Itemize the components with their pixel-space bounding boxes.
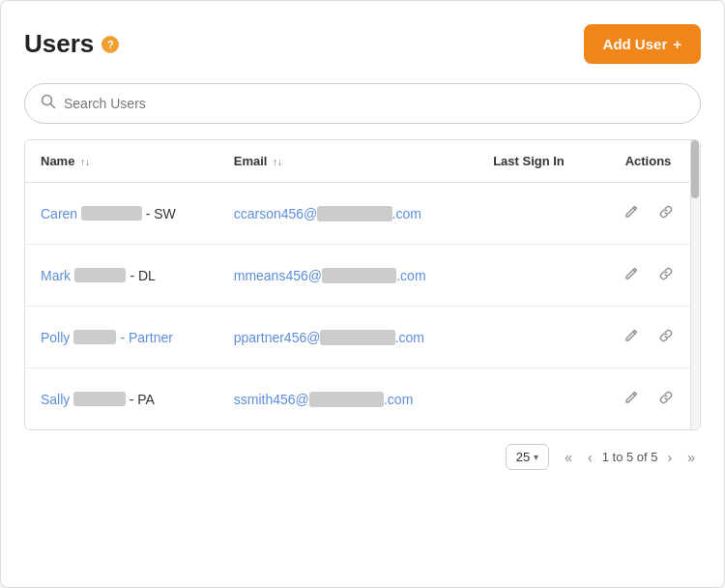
link-button[interactable]: [654, 262, 678, 288]
cell-name: Polly ████ - Partner: [25, 307, 218, 368]
sort-arrows-email[interactable]: ↑↓: [273, 157, 282, 167]
cell-email: ccarson456@ ███████ .com: [218, 183, 478, 245]
table-header-row: Name ↑↓ Email ↑↓ Last Sign In Actions: [25, 140, 700, 183]
link-button[interactable]: [654, 324, 678, 350]
search-box: [24, 83, 701, 124]
next-page-button[interactable]: ›: [662, 447, 679, 468]
email-prefix: ccarson456@: [234, 206, 318, 221]
page-title: Users: [24, 29, 94, 59]
action-icons: [612, 386, 684, 412]
add-user-button[interactable]: Add User +: [584, 24, 701, 64]
table-scroll: Name ↑↓ Email ↑↓ Last Sign In Actions: [25, 140, 700, 429]
email-redacted: ███████: [317, 206, 392, 221]
header: Users ? Add User +: [24, 24, 701, 64]
first-page-button[interactable]: «: [559, 447, 578, 468]
col-actions: Actions: [596, 140, 700, 183]
last-page-button[interactable]: »: [682, 447, 701, 468]
per-page-value: 25: [516, 450, 530, 464]
edit-button[interactable]: [620, 200, 643, 226]
user-name-suffix: - Partner: [120, 330, 172, 345]
email-redacted: ███████: [320, 330, 394, 345]
link-button[interactable]: [654, 386, 678, 412]
page-container: Users ? Add User +: [0, 0, 725, 588]
cell-last-sign-in: [478, 245, 596, 307]
user-name-redacted: █████: [73, 392, 125, 406]
pagination: 25 ▾ « ‹ 1 to 5 of 5 › »: [24, 444, 701, 470]
plus-icon: +: [673, 36, 682, 52]
search-icon: [41, 94, 56, 113]
cell-last-sign-in: [478, 368, 596, 430]
per-page-select[interactable]: 25 ▾: [506, 444, 549, 470]
user-name-first: Caren: [41, 206, 77, 221]
search-input[interactable]: [64, 96, 684, 111]
svg-line-1: [51, 104, 55, 108]
sort-arrows-name[interactable]: ↑↓: [80, 157, 90, 167]
help-icon[interactable]: ?: [102, 36, 119, 53]
cell-name: Caren ██████ - SW: [25, 183, 218, 245]
email-suffix: .com: [396, 268, 425, 283]
col-email: Email ↑↓: [218, 140, 478, 183]
prev-page-button[interactable]: ‹: [582, 447, 598, 468]
email-redacted: ███████: [322, 268, 396, 283]
edit-button[interactable]: [620, 386, 643, 412]
table-row: Sally █████ - PA ssmith456@ ███████ .com: [25, 368, 700, 430]
cell-email: mmeans456@ ███████ .com: [218, 245, 478, 307]
action-icons: [612, 262, 684, 288]
cell-name: Sally █████ - PA: [25, 368, 218, 430]
page-info: 1 to 5 of 5: [602, 450, 658, 464]
email-suffix: .com: [384, 392, 413, 407]
cell-email: ppartner456@ ███████ .com: [218, 307, 478, 368]
col-name: Name ↑↓: [25, 140, 218, 183]
user-name-suffix: - DL: [130, 268, 155, 283]
user-name-suffix: - PA: [130, 392, 155, 407]
table-body: Caren ██████ - SW ccarson456@ ███████ .c…: [25, 183, 700, 430]
table-row: Mark █████ - DL mmeans456@ ███████ .com: [25, 245, 700, 307]
edit-button[interactable]: [620, 262, 643, 288]
user-name-first: Mark: [41, 268, 71, 283]
table-row: Caren ██████ - SW ccarson456@ ███████ .c…: [25, 183, 700, 245]
email-prefix: ppartner456@: [234, 330, 321, 345]
email-suffix: .com: [392, 206, 421, 221]
scrollbar[interactable]: [690, 140, 700, 429]
users-table: Name ↑↓ Email ↑↓ Last Sign In Actions: [25, 140, 700, 429]
user-name-redacted: █████: [74, 268, 126, 282]
col-name-label: Name: [41, 154, 74, 168]
table-row: Polly ████ - Partner ppartner456@ ██████…: [25, 307, 700, 368]
col-email-label: Email: [234, 154, 268, 168]
users-table-wrapper: Name ↑↓ Email ↑↓ Last Sign In Actions: [24, 139, 701, 430]
action-icons: [612, 200, 684, 226]
edit-button[interactable]: [620, 324, 643, 350]
user-name-suffix: - SW: [146, 206, 176, 221]
cell-name: Mark █████ - DL: [25, 245, 218, 307]
cell-last-sign-in: [478, 183, 596, 245]
cell-actions: [596, 307, 700, 368]
col-last-sign-in: Last Sign In: [478, 140, 596, 183]
cell-actions: [596, 245, 700, 307]
user-name-redacted: ██████: [81, 206, 142, 220]
email-redacted: ███████: [309, 392, 384, 407]
action-icons: [612, 324, 684, 350]
user-name-first: Sally: [41, 392, 70, 407]
header-left: Users ?: [24, 29, 119, 59]
chevron-down-icon: ▾: [534, 452, 538, 462]
search-container: [24, 83, 701, 124]
email-prefix: ssmith456@: [234, 392, 309, 407]
user-name-redacted: ████: [73, 330, 116, 344]
email-suffix: .com: [395, 330, 424, 345]
scrollbar-thumb: [691, 140, 699, 198]
cell-actions: [596, 368, 700, 430]
cell-email: ssmith456@ ███████ .com: [218, 368, 478, 430]
cell-last-sign-in: [478, 307, 596, 368]
link-button[interactable]: [654, 200, 678, 226]
email-prefix: mmeans456@: [234, 268, 322, 283]
user-name-first: Polly: [41, 330, 70, 345]
add-user-label: Add User: [603, 36, 668, 52]
page-nav: « ‹ 1 to 5 of 5 › »: [559, 447, 701, 468]
cell-actions: [596, 183, 700, 245]
